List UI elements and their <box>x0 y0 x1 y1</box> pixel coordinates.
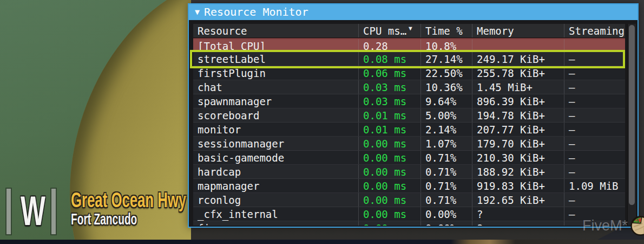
cell-time: 0.71% <box>420 151 472 164</box>
cell-resource: spawnmanager <box>193 94 358 108</box>
cell-cpu: 0.00 ms <box>358 221 420 226</box>
cell-streaming: – <box>564 94 625 108</box>
sort-arrow-icon: ▼ <box>409 25 412 32</box>
table-row-basic-gamemode[interactable]: basic-gamemode0.00 ms0.71%210.30 KiB+– <box>193 151 625 165</box>
cell-cpu: 0.00 ms <box>358 179 420 192</box>
cell-resource: scoreboard <box>193 108 358 122</box>
cell-cpu: 0.28 <box>358 39 420 52</box>
cell-time: 0.00% <box>420 221 472 226</box>
cell-cpu: 0.00 ms <box>358 151 420 164</box>
table-row-streetlabel[interactable]: streetLabel0.08 ms27.14%249.17 KiB+– <box>193 52 625 66</box>
cell-resource: hardcap <box>193 165 358 178</box>
cell-memory: 194.78 KiB+ <box>472 108 564 122</box>
cell-time: 0.71% <box>420 165 472 178</box>
cell-memory: ? <box>472 207 564 221</box>
cell-memory: 210.30 KiB+ <box>472 151 564 164</box>
column-header-resource[interactable]: Resource <box>193 24 358 37</box>
divider-bar-left <box>6 189 11 234</box>
cell-memory: 188.92 KiB+ <box>472 165 564 178</box>
table-row-rconlog[interactable]: rconlog0.00 ms0.71%192.65 KiB+– <box>193 193 625 207</box>
cell-streaming: – <box>564 165 625 178</box>
column-header-memory[interactable]: Memory <box>472 24 564 37</box>
cell-memory: ? <box>472 221 564 226</box>
table-row-sessionmanager[interactable]: sessionmanager0.00 ms1.07%179.70 KiB+– <box>193 137 625 151</box>
cell-resource: streetLabel <box>193 52 358 66</box>
resource-monitor-panel: ▼Resource Monitor Resource CPU ms…▼ Time… <box>188 3 639 228</box>
column-header-streaming[interactable]: Streaming <box>564 24 625 37</box>
area-name: Fort Zancudo <box>71 211 186 227</box>
cell-time: 9.64% <box>420 94 472 108</box>
table-row-fivem[interactable]: fivem0.00 ms0.00%? <box>193 221 625 226</box>
cell-cpu: 0.03 ms <box>358 80 420 94</box>
cell-memory: 919.83 KiB+ <box>472 179 564 192</box>
table-row-monitor[interactable]: monitor0.01 ms2.14%207.77 KiB+– <box>193 123 625 137</box>
cell-memory: 192.65 KiB+ <box>472 193 564 207</box>
scrollbar-thumb[interactable] <box>629 25 635 205</box>
cell-streaming: – <box>564 151 625 164</box>
compass-direction: W <box>20 189 45 233</box>
cell-cpu: 0.01 ms <box>358 108 420 122</box>
cell-time: 0.71% <box>420 179 472 192</box>
watermark-text: FiveM* <box>582 217 628 234</box>
table-rows: [Total CPU]0.2810.8%streetLabel0.08 ms27… <box>193 38 625 226</box>
table-row-scoreboard[interactable]: scoreboard0.01 ms5.00%194.78 KiB+– <box>193 108 625 123</box>
cell-time: 2.14% <box>420 123 472 136</box>
column-header-cpu[interactable]: CPU ms…▼ <box>358 24 420 37</box>
table-row-hardcap[interactable]: hardcap0.00 ms0.71%188.92 KiB+– <box>193 165 625 179</box>
cell-streaming: – <box>564 123 625 136</box>
cell-streaming: 1.09 MiB <box>564 179 625 192</box>
screenshot-root: W Great Ocean Hwy Fort Zancudo ▼Resource… <box>0 0 644 244</box>
cell-memory: 255.78 KiB+ <box>472 66 564 80</box>
divider-bar-right <box>51 189 56 234</box>
cell-time: 10.8% <box>420 39 472 52</box>
cell-cpu: 0.00 ms <box>358 137 420 150</box>
cell-time: 27.14% <box>420 52 472 66</box>
cell-time: 0.71% <box>420 193 472 207</box>
table-row-mapmanager[interactable]: mapmanager0.00 ms0.71%919.83 KiB+1.09 Mi… <box>193 179 625 193</box>
cell-streaming: – <box>564 80 625 94</box>
cell-resource: monitor <box>193 123 358 136</box>
cell-time: 1.07% <box>420 137 472 150</box>
table-row-firstplugin[interactable]: firstPlugin0.06 ms22.50%255.78 KiB+– <box>193 66 625 80</box>
cell-resource: sessionmanager <box>193 137 358 150</box>
cell-resource: basic-gamemode <box>193 151 358 164</box>
table-row-cfx-internal[interactable]: _cfx_internal0.00 ms0.00%?– <box>193 207 625 221</box>
cell-resource: fivem <box>193 221 358 226</box>
scrollbar[interactable] <box>627 24 636 225</box>
column-header-time[interactable]: Time % <box>420 24 472 37</box>
street-name: Great Ocean Hwy <box>71 190 186 210</box>
cell-time: 22.50% <box>420 66 472 80</box>
cell-cpu: 0.01 ms <box>358 123 420 136</box>
cell-streaming: – <box>564 52 625 66</box>
cell-streaming <box>564 39 625 52</box>
cell-resource: _cfx_internal <box>193 207 358 221</box>
resource-monitor-titlebar[interactable]: ▼Resource Monitor <box>189 4 638 20</box>
cell-resource: firstPlugin <box>193 66 358 80</box>
cell-memory <box>472 39 564 52</box>
cell-cpu: 0.03 ms <box>358 94 420 108</box>
window-title: Resource Monitor <box>204 5 308 18</box>
cell-time: 0.00% <box>420 207 472 221</box>
cell-resource: rconlog <box>193 193 358 207</box>
fivem-logo-icon <box>630 216 644 236</box>
cell-memory: 249.17 KiB+ <box>472 52 564 66</box>
resource-table: Resource CPU ms…▼ Time % Memory Streamin… <box>193 24 625 226</box>
table-row-chat[interactable]: chat0.03 ms10.36%1.45 MiB+– <box>193 80 625 94</box>
cell-streaming: – <box>564 108 625 122</box>
table-row-total-cpu[interactable]: [Total CPU]0.2810.8% <box>193 38 625 52</box>
cell-memory: 1.45 MiB+ <box>472 80 564 94</box>
street-label-hud: W Great Ocean Hwy Fort Zancudo <box>0 184 187 239</box>
table-header: Resource CPU ms…▼ Time % Memory Streamin… <box>193 24 625 38</box>
collapse-triangle-icon[interactable]: ▼ <box>195 7 200 17</box>
cell-cpu: 0.08 ms <box>358 52 420 66</box>
cell-streaming: – <box>564 66 625 80</box>
cell-cpu: 0.06 ms <box>358 66 420 80</box>
cell-time: 5.00% <box>420 108 472 122</box>
cell-resource: [Total CPU] <box>193 39 358 52</box>
cell-resource: mapmanager <box>193 179 358 192</box>
background-bottom-strip <box>0 240 644 244</box>
cell-resource: chat <box>193 80 358 94</box>
table-row-spawnmanager[interactable]: spawnmanager0.03 ms9.64%896.39 KiB+– <box>193 94 625 108</box>
cell-streaming: – <box>564 137 625 150</box>
cell-memory: 896.39 KiB+ <box>472 94 564 108</box>
